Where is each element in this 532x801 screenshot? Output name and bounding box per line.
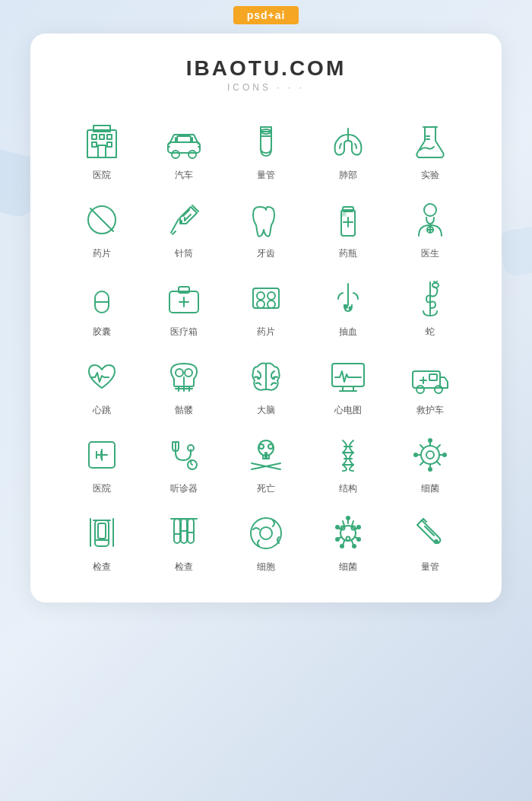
svg-point-100 xyxy=(429,439,432,442)
icon-label: 大脑 xyxy=(257,404,275,417)
svg-point-10 xyxy=(172,151,179,158)
icon-item-flask: 实验 xyxy=(389,110,471,188)
icon-label: 实验 xyxy=(421,169,439,182)
tooth-icon xyxy=(243,197,289,243)
test-tubes-icon xyxy=(161,510,207,556)
icon-item-snake: 蛇 xyxy=(389,266,471,345)
svg-point-68 xyxy=(416,386,424,393)
test-tube-rack-icon xyxy=(79,510,125,556)
icon-item-skull: 骷髅 xyxy=(143,345,225,423)
icon-item-bacteria2: 细菌 xyxy=(307,501,389,580)
first-aid-kit-icon xyxy=(161,275,207,321)
icon-item-cell: 细胞 xyxy=(225,501,307,580)
svg-rect-12 xyxy=(177,136,191,142)
icon-item-test-tubes: 检查 xyxy=(143,501,225,580)
svg-point-102 xyxy=(414,453,417,456)
icon-label: 细菌 xyxy=(421,482,439,495)
svg-point-137 xyxy=(357,538,360,541)
icon-label: 蛇 xyxy=(426,326,435,339)
cell-icon xyxy=(243,510,289,556)
svg-text:药: 药 xyxy=(342,212,347,217)
icon-label: 量管 xyxy=(257,169,275,182)
test-tube2-icon xyxy=(407,510,453,556)
icon-item-skull-crossbones: 死亡 xyxy=(225,423,307,501)
medicine-bottle-icon: 药 xyxy=(325,197,371,243)
stethoscope-icon xyxy=(161,432,207,478)
svg-point-119 xyxy=(340,526,356,541)
blood-draw-icon xyxy=(325,275,371,321)
icon-item-ambulance: 救护车 xyxy=(389,345,471,423)
svg-rect-107 xyxy=(98,523,106,539)
svg-line-96 xyxy=(437,462,440,465)
svg-line-55 xyxy=(434,281,435,283)
svg-point-46 xyxy=(268,292,275,300)
svg-point-11 xyxy=(188,151,196,158)
icon-item-medicine-bottle: 药 药瓶 xyxy=(307,188,389,266)
svg-rect-110 xyxy=(174,519,180,543)
svg-point-69 xyxy=(435,386,442,393)
flask-icon xyxy=(407,119,453,164)
icon-label: 药瓶 xyxy=(339,247,357,260)
icon-item-test-tube2: 量管 xyxy=(389,501,471,580)
svg-point-132 xyxy=(347,517,350,520)
card-subtitle: ICONS · · · xyxy=(61,82,471,93)
icon-label: 救护车 xyxy=(416,404,444,417)
svg-point-118 xyxy=(260,527,272,539)
icon-label: 医生 xyxy=(421,247,439,260)
icon-item-stethoscope: 听诊器 xyxy=(143,423,225,501)
lungs-icon xyxy=(325,119,371,164)
icon-label: 死亡 xyxy=(257,482,275,495)
svg-line-24 xyxy=(173,231,176,234)
svg-point-45 xyxy=(257,292,264,300)
icon-item-hospital-sign: H 医院 xyxy=(61,423,143,501)
bacteria2-icon xyxy=(325,510,371,556)
top-badge: psd+ai xyxy=(233,6,299,24)
icon-label: 汽车 xyxy=(175,169,193,182)
svg-rect-3 xyxy=(107,135,112,139)
svg-rect-72 xyxy=(429,374,437,380)
svg-point-138 xyxy=(357,526,360,529)
icon-item-dna: 结构 xyxy=(307,423,389,501)
icon-item-heartbeat: 心跳 xyxy=(61,345,143,423)
svg-point-47 xyxy=(257,300,264,308)
blister-pack-icon xyxy=(243,275,289,321)
icon-item-tooth: 牙齿 xyxy=(225,188,307,266)
icon-item-doctor: 医生 xyxy=(389,188,471,266)
svg-rect-63 xyxy=(332,364,364,386)
svg-rect-112 xyxy=(188,519,194,543)
svg-point-101 xyxy=(429,468,432,471)
svg-line-97 xyxy=(420,462,423,465)
icon-item-bacteria: 细菌 xyxy=(389,423,471,501)
svg-rect-5 xyxy=(107,142,112,147)
icon-item-lungs: 肺部 xyxy=(307,110,389,188)
bacteria-icon xyxy=(407,432,453,478)
icon-label: 心电图 xyxy=(334,404,362,417)
skull-crossbones-icon xyxy=(243,432,289,478)
snake-icon xyxy=(407,275,453,321)
skull-icon xyxy=(161,354,207,399)
svg-rect-2 xyxy=(100,135,104,139)
icon-label: 听诊器 xyxy=(170,482,198,495)
svg-line-23 xyxy=(171,219,179,233)
svg-line-98 xyxy=(437,445,440,448)
icon-item-car: 汽车 xyxy=(143,110,225,188)
heartbeat-icon xyxy=(79,354,125,399)
svg-point-136 xyxy=(353,545,356,548)
svg-line-21 xyxy=(90,208,113,231)
icon-label: 药片 xyxy=(93,247,111,260)
icon-label: 抽血 xyxy=(339,326,357,339)
icon-label: 心跳 xyxy=(93,404,111,417)
icon-label: 医院 xyxy=(93,482,111,495)
brain-icon xyxy=(243,354,289,399)
icon-item-syringe: 针筒 xyxy=(143,188,225,266)
icon-item-first-aid-kit: 医疗箱 xyxy=(143,266,225,345)
icon-label: 牙齿 xyxy=(257,247,275,260)
main-card: IBAOTU.COM ICONS · · · 医院 xyxy=(30,33,502,602)
icon-item-brain: 大脑 xyxy=(225,345,307,423)
svg-line-123 xyxy=(343,521,344,526)
svg-point-34 xyxy=(424,204,436,216)
svg-rect-6 xyxy=(98,145,106,157)
svg-point-103 xyxy=(443,453,446,456)
hospital-building-icon xyxy=(79,119,125,164)
svg-point-122 xyxy=(347,537,350,541)
